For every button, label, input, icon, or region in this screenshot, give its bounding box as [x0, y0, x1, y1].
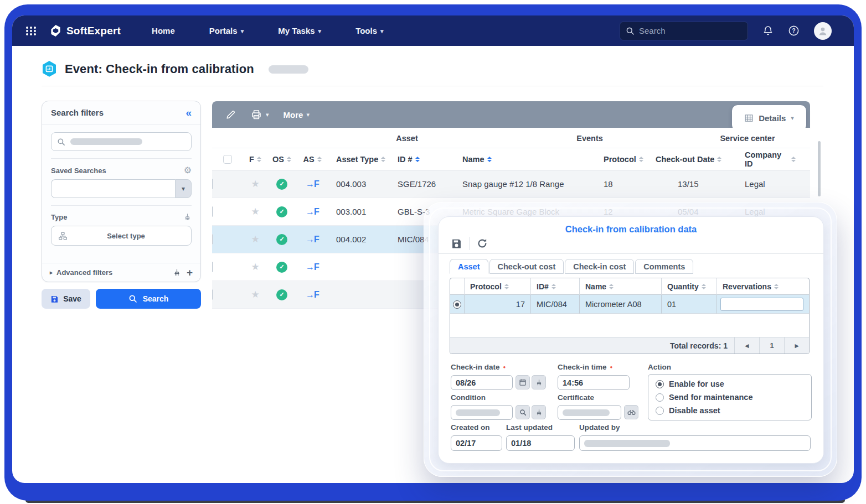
- row-checkbox[interactable]: [212, 206, 213, 217]
- favorite-star-icon[interactable]: ★: [243, 206, 267, 217]
- condition-input[interactable]: [451, 405, 513, 420]
- edit-pencil-icon[interactable]: [225, 110, 236, 120]
- tab-checkout-cost[interactable]: Check-out cost: [489, 259, 564, 274]
- radio[interactable]: [656, 407, 664, 415]
- next-page-icon[interactable]: ▸: [784, 337, 809, 354]
- apps-grid-icon[interactable]: [25, 24, 38, 38]
- saved-searches-value[interactable]: [51, 179, 175, 198]
- filter-search-input[interactable]: [51, 132, 192, 151]
- add-filter-icon[interactable]: +: [187, 267, 193, 278]
- user-avatar[interactable]: [814, 22, 832, 40]
- sort-icon: [702, 284, 706, 289]
- clear-broom-icon[interactable]: [173, 268, 181, 277]
- col-revervations[interactable]: Revervations: [717, 278, 809, 295]
- event-badge-icon: [42, 61, 57, 77]
- col-id[interactable]: ID #: [390, 155, 455, 164]
- clear-broom-icon[interactable]: [532, 405, 546, 419]
- brand-logo[interactable]: SoftExpert: [49, 24, 121, 37]
- tab-comments[interactable]: Comments: [635, 259, 693, 274]
- divider: [42, 86, 823, 86]
- more-menu-button[interactable]: More ▾: [283, 110, 310, 119]
- clear-broom-icon[interactable]: [183, 213, 192, 221]
- placeholder-pill: [70, 138, 142, 145]
- menu-tools[interactable]: Tools▾: [355, 26, 383, 35]
- updated-by-input[interactable]: [579, 435, 811, 451]
- favorite-star-icon[interactable]: ★: [243, 233, 267, 245]
- vertical-scrollbar[interactable]: [818, 141, 821, 196]
- col-protocol[interactable]: Protocol: [594, 155, 647, 164]
- save-disk-icon[interactable]: [451, 238, 462, 250]
- tab-asset[interactable]: Asset: [450, 259, 488, 274]
- row-radio-selected[interactable]: [453, 300, 461, 309]
- print-button[interactable]: ▾: [250, 109, 269, 121]
- action-send-for-maintenance[interactable]: Send for maintenance: [656, 393, 804, 402]
- checkin-date-input[interactable]: [451, 375, 513, 390]
- filters-header: Search filters «: [42, 101, 200, 124]
- menu-portals[interactable]: Portals▾: [209, 26, 244, 35]
- favorite-star-icon[interactable]: ★: [243, 178, 267, 190]
- global-search[interactable]: [620, 22, 748, 40]
- row-checkbox[interactable]: [212, 179, 213, 189]
- required-icon: ●: [610, 365, 613, 370]
- sort-icon: [717, 157, 721, 162]
- radio-selected[interactable]: [656, 380, 664, 388]
- calendar-icon[interactable]: [516, 375, 530, 389]
- chevron-down-icon: ▾: [380, 28, 384, 35]
- table-row[interactable]: ★ ✓ →F 004.003 SGE/1726 Snap gauge #12 1…: [212, 170, 810, 198]
- revervations-input[interactable]: [720, 298, 803, 311]
- current-page[interactable]: 1: [759, 337, 784, 354]
- col-checkout-date[interactable]: Check-out Date: [647, 155, 735, 164]
- help-icon[interactable]: ?: [788, 25, 800, 37]
- refresh-icon[interactable]: [476, 237, 488, 250]
- binoculars-icon[interactable]: [624, 405, 638, 419]
- action-disable-asset[interactable]: Disable asset: [656, 406, 804, 415]
- dropdown-button[interactable]: ▾: [175, 179, 192, 198]
- col-as[interactable]: AS: [296, 155, 328, 164]
- search-button[interactable]: Search: [96, 289, 201, 309]
- col-name[interactable]: Name: [580, 278, 662, 295]
- filter-actions: Save Search: [42, 289, 201, 309]
- last-updated-input[interactable]: [506, 435, 575, 451]
- modal-grid-header: Protocol ID# Name Quantity Revervations: [450, 278, 809, 295]
- gear-icon[interactable]: ⚙: [184, 166, 192, 175]
- required-icon: ●: [503, 365, 506, 370]
- clear-broom-icon[interactable]: [532, 375, 546, 389]
- col-id[interactable]: ID#: [531, 278, 580, 295]
- favorite-star-icon[interactable]: ★: [243, 261, 267, 273]
- saved-searches-label: Saved Searches: [51, 167, 106, 175]
- row-checkbox[interactable]: [212, 289, 213, 300]
- select-all-checkbox[interactable]: [223, 155, 232, 164]
- col-favorite[interactable]: F: [243, 155, 267, 164]
- col-quantity[interactable]: Quantity: [662, 278, 717, 295]
- checkin-time-input[interactable]: [558, 375, 630, 390]
- prev-page-icon[interactable]: ◂: [734, 337, 759, 354]
- collapse-panel-icon[interactable]: «: [185, 107, 192, 118]
- action-enable-for-use[interactable]: Enable for use: [656, 380, 804, 388]
- certificate-input[interactable]: [558, 405, 621, 420]
- row-checkbox[interactable]: [212, 262, 213, 272]
- lookup-search-icon[interactable]: [516, 405, 530, 419]
- col-name[interactable]: Name: [455, 155, 594, 164]
- modal-grid-row-selected[interactable]: 17 MIC/084 Micrometer A08 01: [450, 295, 809, 314]
- col-os[interactable]: OS: [267, 155, 296, 164]
- col-company-id[interactable]: Company ID: [735, 150, 796, 168]
- select-type-button[interactable]: Select type: [51, 226, 192, 246]
- menu-home[interactable]: Home: [152, 26, 175, 35]
- created-on-input[interactable]: [451, 435, 502, 451]
- action-group: Enable for use Send for maintenance Disa…: [648, 374, 812, 420]
- favorite-star-icon[interactable]: ★: [243, 289, 267, 300]
- tab-checkin-cost[interactable]: Check-in cost: [565, 259, 634, 274]
- details-view-button[interactable]: Details ▾: [732, 105, 806, 131]
- menu-my-tasks[interactable]: My Tasks▾: [278, 26, 321, 35]
- saved-searches-select[interactable]: ▾: [51, 179, 192, 198]
- col-protocol[interactable]: Protocol: [465, 278, 531, 295]
- checkin-date-label: Check-in date●: [451, 363, 506, 371]
- save-button[interactable]: Save: [42, 289, 90, 309]
- notifications-bell-icon[interactable]: [762, 25, 774, 37]
- global-search-input[interactable]: [639, 26, 733, 35]
- group-events: Events: [576, 134, 603, 143]
- row-checkbox[interactable]: [212, 234, 213, 245]
- col-asset-type[interactable]: Asset Type: [328, 155, 390, 164]
- advanced-filters-toggle[interactable]: ▸ Advanced filters: [50, 268, 112, 277]
- radio[interactable]: [656, 393, 664, 402]
